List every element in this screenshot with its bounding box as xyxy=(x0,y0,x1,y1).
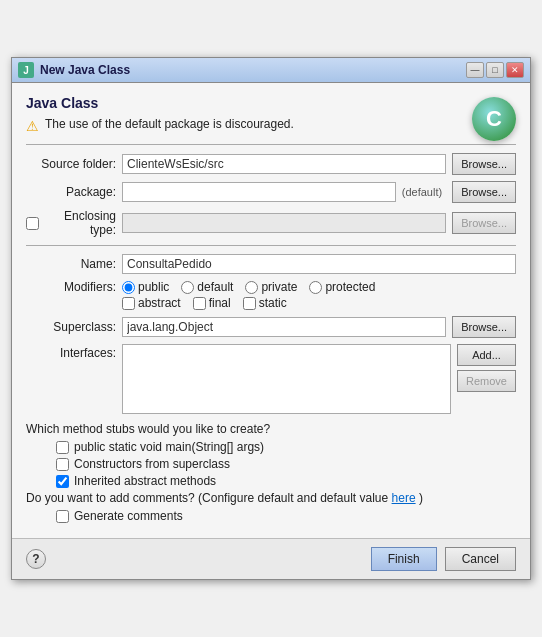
modifiers-radio-group: public default private protected xyxy=(122,280,375,294)
modifier-public-radio[interactable] xyxy=(122,281,135,294)
window-title: New Java Class xyxy=(40,63,130,77)
interfaces-row: Interfaces: Add... Remove xyxy=(26,344,516,414)
modifiers-row: Modifiers: public default private protec… xyxy=(26,280,516,294)
section-title: Java Class xyxy=(26,95,516,111)
cancel-button[interactable]: Cancel xyxy=(445,547,516,571)
enclosing-type-input[interactable] xyxy=(122,213,446,233)
modifier-default-radio[interactable] xyxy=(181,281,194,294)
superclass-label: Superclass: xyxy=(26,320,116,334)
minimize-button[interactable]: — xyxy=(466,62,484,78)
main-window: J New Java Class — □ ✕ Java Class ⚠ The … xyxy=(11,57,531,580)
package-input[interactable] xyxy=(122,182,396,202)
method-stubs-question: Which method stubs would you like to cre… xyxy=(26,422,516,436)
divider xyxy=(26,144,516,145)
interfaces-remove-button: Remove xyxy=(457,370,516,392)
superclass-input[interactable] xyxy=(122,317,446,337)
modifier-checkboxes: abstract final static xyxy=(122,296,516,310)
interfaces-add-button[interactable]: Add... xyxy=(457,344,516,366)
name-label: Name: xyxy=(26,257,116,271)
package-label: Package: xyxy=(26,185,116,199)
bottom-bar: ? Finish Cancel xyxy=(12,538,530,579)
name-input[interactable] xyxy=(122,254,516,274)
abstract-checkbox[interactable] xyxy=(122,297,135,310)
static-check[interactable]: static xyxy=(243,296,287,310)
comments-link[interactable]: here xyxy=(392,491,416,505)
enclosing-type-browse-button: Browse... xyxy=(452,212,516,234)
modifier-protected-radio[interactable] xyxy=(309,281,322,294)
enclosing-type-row: Enclosing type: Browse... xyxy=(26,209,516,237)
finish-button[interactable]: Finish xyxy=(371,547,437,571)
package-row: Package: (default) Browse... xyxy=(26,181,516,203)
name-row: Name: xyxy=(26,254,516,274)
method-stub-inherited: Inherited abstract methods xyxy=(56,474,516,488)
enclosing-type-label: Enclosing type: xyxy=(26,209,116,237)
help-button[interactable]: ? xyxy=(26,549,46,569)
bottom-buttons: Finish Cancel xyxy=(371,547,516,571)
interfaces-input[interactable] xyxy=(122,344,451,414)
comments-question: Do you want to add comments? (Configure … xyxy=(26,491,516,505)
final-checkbox[interactable] xyxy=(193,297,206,310)
generate-comments-row: Generate comments xyxy=(56,509,516,523)
source-folder-row: Source folder: Browse... xyxy=(26,153,516,175)
final-check[interactable]: final xyxy=(193,296,231,310)
title-bar-left: J New Java Class xyxy=(18,62,130,78)
enclosing-type-checkbox[interactable] xyxy=(26,217,39,230)
method-stub-constructors: Constructors from superclass xyxy=(56,457,516,471)
divider2 xyxy=(26,245,516,246)
interfaces-label: Interfaces: xyxy=(26,344,116,360)
source-folder-label: Source folder: xyxy=(26,157,116,171)
modifier-private-radio[interactable] xyxy=(245,281,258,294)
static-checkbox[interactable] xyxy=(243,297,256,310)
warning-row: ⚠ The use of the default package is disc… xyxy=(26,117,516,134)
method-stub-main: public static void main(String[] args) xyxy=(56,440,516,454)
dialog-content: Java Class ⚠ The use of the default pack… xyxy=(12,83,530,538)
window-icon: J xyxy=(18,62,34,78)
title-buttons: — □ ✕ xyxy=(466,62,524,78)
constructors-checkbox[interactable] xyxy=(56,458,69,471)
main-method-checkbox[interactable] xyxy=(56,441,69,454)
package-browse-button[interactable]: Browse... xyxy=(452,181,516,203)
package-default-hint: (default) xyxy=(402,186,442,198)
warning-icon: ⚠ xyxy=(26,118,39,134)
close-button[interactable]: ✕ xyxy=(506,62,524,78)
modifier-public[interactable]: public xyxy=(122,280,169,294)
eclipse-logo: C xyxy=(472,97,516,141)
title-bar: J New Java Class — □ ✕ xyxy=(12,58,530,83)
warning-message: The use of the default package is discou… xyxy=(45,117,516,131)
modifier-default[interactable]: default xyxy=(181,280,233,294)
source-folder-browse-button[interactable]: Browse... xyxy=(452,153,516,175)
modifiers-label: Modifiers: xyxy=(26,280,116,294)
superclass-row: Superclass: Browse... xyxy=(26,316,516,338)
inherited-checkbox[interactable] xyxy=(56,475,69,488)
interfaces-buttons: Add... Remove xyxy=(457,344,516,392)
abstract-check[interactable]: abstract xyxy=(122,296,181,310)
maximize-button[interactable]: □ xyxy=(486,62,504,78)
modifier-private[interactable]: private xyxy=(245,280,297,294)
source-folder-input[interactable] xyxy=(122,154,446,174)
generate-comments-checkbox[interactable] xyxy=(56,510,69,523)
modifier-protected[interactable]: protected xyxy=(309,280,375,294)
superclass-browse-button[interactable]: Browse... xyxy=(452,316,516,338)
